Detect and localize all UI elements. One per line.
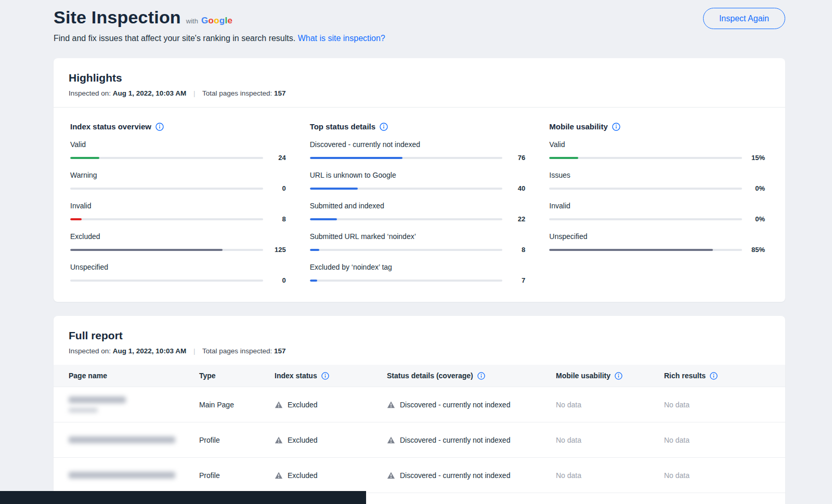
google-logo: Google bbox=[201, 16, 232, 26]
highlights-meta: Inspected on: Aug 1, 2022, 10:03 AM | To… bbox=[69, 89, 770, 97]
page-title: Site Inspection bbox=[54, 7, 181, 28]
info-icon[interactable] bbox=[380, 123, 388, 131]
index-status-text: Excluded bbox=[288, 471, 318, 480]
progress-track bbox=[310, 188, 503, 190]
index-status-text: Excluded bbox=[288, 436, 318, 444]
header-type: Type bbox=[199, 372, 275, 380]
type-cell: Profile bbox=[199, 436, 275, 444]
total-pages-label: Total pages inspected: bbox=[202, 347, 272, 355]
stat-row: Valid 24 bbox=[70, 140, 286, 162]
inspected-on-label: Inspected on: bbox=[69, 347, 111, 355]
warning-icon bbox=[275, 471, 283, 480]
stat-label: Warning bbox=[70, 171, 286, 179]
page-subtitle: Find and fix issues that affect your sit… bbox=[54, 34, 785, 43]
info-icon[interactable] bbox=[612, 123, 620, 131]
site-inspection-page: Site Inspection with Google Find and fix… bbox=[0, 0, 832, 504]
mobile-usability-column: Mobile usability Valid 15% Issues 0% Inv… bbox=[549, 122, 765, 284]
meta-separator: | bbox=[193, 89, 196, 97]
stat-row: Discovered - currently not indexed 76 bbox=[310, 140, 526, 162]
stat-value: 0 bbox=[263, 184, 286, 192]
stat-row: URL is unknown to Google 40 bbox=[310, 171, 526, 192]
warning-icon bbox=[387, 471, 395, 480]
status-details-text: Discovered - currently not indexed bbox=[400, 401, 510, 409]
stat-row: Invalid 0% bbox=[549, 202, 765, 223]
info-icon[interactable] bbox=[321, 372, 329, 380]
with-label: with bbox=[186, 17, 198, 25]
stat-label: Issues bbox=[549, 171, 765, 179]
total-pages-value: 157 bbox=[274, 347, 286, 355]
subtitle-text: Find and fix issues that affect your sit… bbox=[54, 34, 295, 43]
progress-track bbox=[549, 188, 742, 190]
stat-row: Excluded by ‘noindex’ tag 7 bbox=[310, 263, 526, 284]
total-pages-value: 157 bbox=[274, 89, 286, 97]
inspected-on-label: Inspected on: bbox=[69, 89, 111, 97]
stat-value: 40 bbox=[502, 184, 525, 192]
type-cell: Profile bbox=[199, 471, 275, 480]
stat-label: Submitted URL marked ‘noindex’ bbox=[310, 232, 526, 241]
stat-row: Invalid 8 bbox=[70, 202, 286, 223]
stat-label: Unspecified bbox=[70, 263, 286, 271]
progress-track bbox=[549, 249, 742, 251]
report-table-header: Page name Type Index status Status detai… bbox=[54, 365, 785, 387]
mobile-usability-cell: No data bbox=[556, 401, 664, 409]
progress-fill bbox=[70, 218, 82, 220]
warning-icon bbox=[387, 401, 395, 409]
page-name-cell[interactable] bbox=[69, 436, 199, 443]
stat-value: 8 bbox=[263, 215, 286, 223]
stat-row: Warning 0 bbox=[70, 171, 286, 192]
header-index-status: Index status bbox=[275, 372, 387, 380]
progress-fill bbox=[310, 249, 320, 251]
full-report-meta: Inspected on: Aug 1, 2022, 10:03 AM | To… bbox=[69, 347, 770, 355]
progress-track bbox=[310, 280, 503, 282]
info-icon[interactable] bbox=[477, 372, 485, 380]
table-row[interactable]: Profile Excluded Discovered - currently … bbox=[54, 457, 785, 493]
highlights-body: Index status overview Valid 24 Warning 0… bbox=[54, 108, 785, 302]
table-row[interactable]: Main Page Excluded Discovered - currentl… bbox=[54, 387, 785, 422]
redacted-page-subtext bbox=[69, 408, 98, 413]
stat-value: 22 bbox=[502, 215, 525, 223]
progress-track bbox=[310, 249, 503, 251]
mobile-usability-cell: No data bbox=[556, 436, 664, 444]
header-page-name: Page name bbox=[69, 372, 199, 380]
stat-value: 8 bbox=[502, 246, 525, 254]
index-status-overview-column: Index status overview Valid 24 Warning 0… bbox=[70, 122, 286, 284]
progress-track bbox=[70, 249, 263, 251]
page-name-cell[interactable] bbox=[69, 396, 199, 413]
redacted-page-name bbox=[69, 396, 126, 403]
progress-track bbox=[70, 280, 263, 282]
bottom-dark-strip bbox=[0, 491, 366, 504]
progress-fill bbox=[70, 249, 223, 251]
total-pages-label: Total pages inspected: bbox=[202, 89, 272, 97]
table-row[interactable]: Profile Excluded Discovered - currently … bbox=[54, 422, 785, 457]
info-icon[interactable] bbox=[155, 123, 164, 131]
stat-label: Valid bbox=[549, 140, 765, 149]
what-is-site-inspection-link[interactable]: What is site inspection? bbox=[298, 34, 385, 43]
info-icon[interactable] bbox=[615, 372, 622, 380]
progress-fill bbox=[310, 157, 402, 159]
full-report-header: Full report Inspected on: Aug 1, 2022, 1… bbox=[54, 316, 785, 365]
stat-value: 24 bbox=[263, 154, 286, 162]
stat-row: Excluded 125 bbox=[70, 232, 286, 254]
progress-fill bbox=[549, 249, 713, 251]
page-header: Site Inspection with Google bbox=[54, 7, 785, 28]
stat-label: Submitted and indexed bbox=[310, 202, 526, 210]
info-icon[interactable] bbox=[710, 372, 718, 380]
header-status-details: Status details (coverage) bbox=[387, 372, 556, 380]
rich-results-cell: No data bbox=[664, 401, 785, 409]
progress-track bbox=[549, 218, 742, 220]
rich-results-cell: No data bbox=[664, 471, 785, 480]
progress-fill bbox=[549, 157, 578, 159]
inspected-on-value: Aug 1, 2022, 10:03 AM bbox=[113, 347, 186, 355]
stat-value: 0% bbox=[742, 184, 765, 192]
inspect-again-button[interactable]: Inspect Again bbox=[703, 8, 785, 29]
stat-value: 15% bbox=[742, 154, 765, 162]
stat-value: 0 bbox=[263, 276, 286, 284]
header-rich-results: Rich results bbox=[664, 372, 785, 380]
header-mobile-usability: Mobile usability bbox=[556, 372, 664, 380]
column-title: Top status details bbox=[310, 122, 375, 131]
status-details-cell: Discovered - currently not indexed bbox=[387, 436, 556, 444]
stat-row: Submitted and indexed 22 bbox=[310, 202, 526, 223]
status-details-cell: Discovered - currently not indexed bbox=[387, 401, 556, 409]
page-name-cell[interactable] bbox=[69, 472, 199, 479]
stat-label: Excluded bbox=[70, 232, 286, 241]
